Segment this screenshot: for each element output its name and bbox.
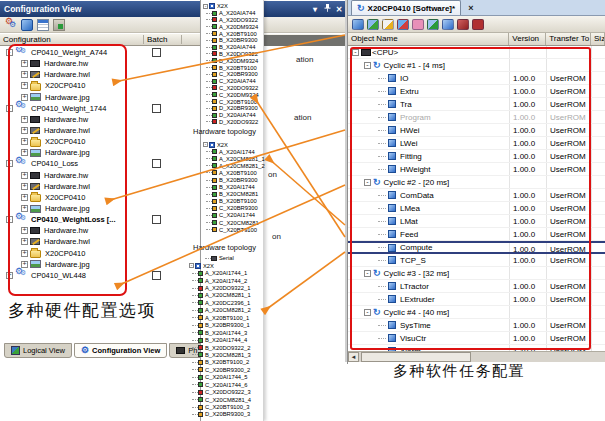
topology-module-row[interactable]: A_X20AI1744 bbox=[203, 148, 273, 155]
topology-module-row[interactable]: B_X20DO9322_2 bbox=[189, 344, 259, 351]
topology-module-row[interactable]: A_X20BT9100_1 bbox=[189, 314, 259, 321]
software-row[interactable]: LMea1.00.0UserROM bbox=[348, 202, 605, 215]
topology-module-row[interactable]: B_X20AI1744_3 bbox=[189, 329, 259, 336]
topology-module-row[interactable]: B_X20AIA744 bbox=[203, 44, 273, 51]
scrollbar-thumb[interactable] bbox=[361, 352, 471, 362]
expander-icon[interactable]: - bbox=[189, 263, 194, 268]
topology-module-row[interactable]: A_X20CM8281_1 bbox=[189, 292, 259, 299]
column-siz[interactable]: Siz bbox=[591, 33, 605, 45]
tab-logical-view[interactable]: Logical View bbox=[4, 343, 72, 358]
software-row[interactable]: LMat1.00.0UserROM bbox=[348, 215, 605, 228]
new-object-icon[interactable] bbox=[352, 19, 364, 30]
config-child-row[interactable]: +Hardware.hw bbox=[0, 58, 345, 69]
batch-checkbox[interactable] bbox=[152, 48, 161, 57]
expander-icon[interactable]: + bbox=[21, 82, 28, 89]
topology-module-row[interactable]: C_X20BR9300_2 bbox=[189, 366, 259, 373]
software-row[interactable]: LTractor1.00.0UserROM bbox=[348, 280, 605, 293]
topology-module-row[interactable]: D_X20BR9300 bbox=[203, 105, 273, 112]
topology-root-row[interactable]: -X2X bbox=[203, 3, 273, 10]
expander-icon[interactable]: + bbox=[21, 138, 28, 145]
expander-icon[interactable]: - bbox=[6, 216, 13, 223]
topology-module-row[interactable]: A_X20AI1744_1 bbox=[189, 269, 259, 276]
software-row[interactable]: -↻Cyclic #3 - [32 ms] bbox=[348, 267, 605, 280]
topology-module-row[interactable]: A_X20CM8281_1 bbox=[203, 155, 273, 162]
topology-module-row[interactable]: B_X20BR9300 bbox=[203, 37, 273, 44]
topology-module-row[interactable]: A_X20BT9100 bbox=[203, 30, 273, 37]
software-row[interactable]: Program1.00.0UserROM bbox=[348, 111, 605, 124]
topology-module-row[interactable]: C_X20BT9100 bbox=[203, 226, 273, 233]
expander-icon[interactable]: + bbox=[21, 183, 28, 190]
topology-module-row[interactable]: B_X20CM8281 bbox=[203, 191, 273, 198]
configuration-gears-icon[interactable]: ⚙⚙ bbox=[5, 19, 17, 31]
topology-module-row[interactable]: A_X20DO9322_1 bbox=[189, 284, 259, 291]
batch-checkbox[interactable] bbox=[152, 271, 161, 280]
software-row[interactable]: ComData1.00.0UserROM bbox=[348, 189, 605, 202]
insert-object-icon[interactable] bbox=[367, 19, 379, 30]
software-row[interactable]: LWei1.00.0UserROM bbox=[348, 137, 605, 150]
expander-icon[interactable]: + bbox=[6, 272, 13, 279]
config-child-row[interactable]: +Hardware.hwl bbox=[0, 181, 345, 192]
topology-module-row[interactable]: C_X20AI1744_6 bbox=[189, 381, 259, 388]
batch-checkbox[interactable] bbox=[152, 104, 161, 113]
topology-module-row[interactable]: B_X20BR9300_1 bbox=[189, 322, 259, 329]
software-row[interactable]: LExtruder1.00.0UserROM bbox=[348, 293, 605, 306]
topology-module-row[interactable]: C_X20AIA744 bbox=[203, 78, 273, 85]
software-row[interactable]: HWeight1.00.0UserROM bbox=[348, 163, 605, 176]
expander-icon[interactable]: + bbox=[21, 127, 28, 134]
config-child-row[interactable]: +Hardware.jpg bbox=[0, 92, 345, 103]
topology-module-row[interactable]: A_X20AIA744 bbox=[203, 10, 273, 17]
pin-icon[interactable] bbox=[321, 4, 333, 14]
software-row[interactable]: -↻Cyclic #2 - [20 ms] bbox=[348, 176, 605, 189]
software-row[interactable]: Extru1.00.0UserROM bbox=[348, 85, 605, 98]
export-window-icon[interactable] bbox=[53, 19, 65, 31]
config-child-row[interactable]: +Hardware.jpg bbox=[0, 203, 345, 214]
expander-icon[interactable]: + bbox=[21, 250, 28, 257]
column-transfer-to[interactable]: Transfer To bbox=[546, 33, 591, 45]
config-child-row[interactable]: +X20CP0410 bbox=[0, 80, 345, 91]
config-child-row[interactable]: +Hardware.hwl bbox=[0, 236, 345, 247]
topology-module-row[interactable]: B_X20AI1744_4 bbox=[189, 336, 259, 343]
edit-icon[interactable] bbox=[382, 19, 394, 30]
topology-module-row[interactable]: B_X20AI1744 bbox=[203, 184, 273, 191]
topology-module-row[interactable]: C_X20DM9324 bbox=[203, 91, 273, 98]
config-row[interactable]: +⚙⚙CP0410_WL448 bbox=[0, 270, 345, 281]
topology-module-row[interactable]: C_X20CM8281 bbox=[203, 219, 273, 226]
software-row[interactable]: Tra1.00.0UserROM bbox=[348, 98, 605, 111]
expander-icon[interactable]: + bbox=[21, 71, 28, 78]
topology-root-row[interactable]: -X2X bbox=[203, 141, 273, 148]
expander-icon[interactable]: - bbox=[364, 309, 371, 316]
software-row[interactable]: -↻Cyclic #1 - [4 ms] bbox=[348, 59, 605, 72]
expander-icon[interactable]: - bbox=[203, 4, 208, 9]
expander-icon[interactable]: + bbox=[21, 238, 28, 245]
topology-module-row[interactable]: B_X20BT9100 bbox=[203, 198, 273, 205]
topology-module-row[interactable]: A_X20DC2396_1 bbox=[189, 299, 259, 306]
software-row[interactable]: Feed1.00.0UserROM bbox=[348, 228, 605, 241]
topology-module-row[interactable]: C_X20AI1744 bbox=[203, 212, 273, 219]
topology-module-row[interactable]: C_X20BR9300 bbox=[203, 71, 273, 78]
topology-module-row[interactable]: C_X20CM8281_4 bbox=[189, 396, 259, 403]
rebuild-icon[interactable] bbox=[397, 19, 409, 30]
config-row[interactable]: -⚙⚙CP0410_WeightLoss [... bbox=[0, 214, 345, 225]
topology-module-row[interactable]: B_X20BT9100_2 bbox=[189, 359, 259, 366]
column-object-name[interactable]: Object Name bbox=[348, 33, 509, 45]
topology-module-row[interactable]: A_X20AI1744_2 bbox=[189, 277, 259, 284]
topology-module-row[interactable]: D_X20AIA744 bbox=[203, 112, 273, 119]
software-row[interactable]: HWei1.00.0UserROM bbox=[348, 124, 605, 137]
software-row[interactable]: SysTime1.00.0UserROM bbox=[348, 319, 605, 332]
topology-module-row[interactable]: B_X20BT9100 bbox=[203, 64, 273, 71]
topology-module-row[interactable]: C_X20BT9100_3 bbox=[189, 403, 259, 410]
software-row[interactable]: -↻Cyclic #4 - [40 ms] bbox=[348, 306, 605, 319]
topology-module-row[interactable]: A_X20DM9324 bbox=[203, 23, 273, 30]
software-row[interactable]: Fitting1.00.0UserROM bbox=[348, 150, 605, 163]
close-icon[interactable]: ✕ bbox=[333, 5, 345, 14]
topology-module-row[interactable]: C_X20DO9322_3 bbox=[189, 388, 259, 395]
topology-module-row[interactable]: A_X20DO9322 bbox=[203, 17, 273, 24]
expander-icon[interactable]: - bbox=[203, 142, 208, 147]
expander-icon[interactable]: + bbox=[21, 194, 28, 201]
config-child-row[interactable]: +X20CP0410 bbox=[0, 192, 345, 203]
config-child-row[interactable]: +Hardware.hwl bbox=[0, 69, 345, 80]
config-child-row[interactable]: +X20CP0410 bbox=[0, 248, 345, 259]
expander-icon[interactable]: + bbox=[21, 60, 28, 67]
erase-icon[interactable] bbox=[412, 19, 424, 30]
batch-checkbox[interactable] bbox=[152, 215, 161, 224]
